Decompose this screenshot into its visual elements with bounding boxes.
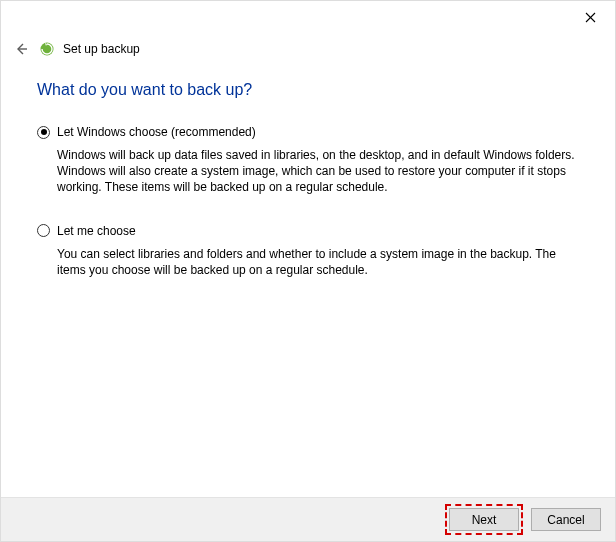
footer-bar: Next Cancel [1,497,615,541]
titlebar [1,1,615,31]
back-arrow-icon [13,41,29,57]
backup-app-icon [39,41,55,57]
option-description: Windows will back up data files saved in… [57,147,577,196]
header-row: Set up backup [11,39,140,59]
window-title: Set up backup [63,42,140,56]
option-let-windows-choose: Let Windows choose (recommended) Windows… [37,125,585,196]
radio-let-windows-choose[interactable]: Let Windows choose (recommended) [37,125,585,139]
next-button[interactable]: Next [449,508,519,531]
close-icon [585,12,596,23]
option-description: You can select libraries and folders and… [57,246,577,278]
radio-icon [37,224,50,237]
content-area: What do you want to back up? Let Windows… [37,81,585,306]
option-label: Let me choose [57,224,136,238]
radio-dot-icon [41,129,47,135]
cancel-button[interactable]: Cancel [531,508,601,531]
back-button[interactable] [11,39,31,59]
highlight-annotation: Next [445,504,523,535]
close-button[interactable] [575,7,605,27]
option-let-me-choose: Let me choose You can select libraries a… [37,224,585,278]
radio-let-me-choose[interactable]: Let me choose [37,224,585,238]
option-label: Let Windows choose (recommended) [57,125,256,139]
radio-icon [37,126,50,139]
page-heading: What do you want to back up? [37,81,585,99]
